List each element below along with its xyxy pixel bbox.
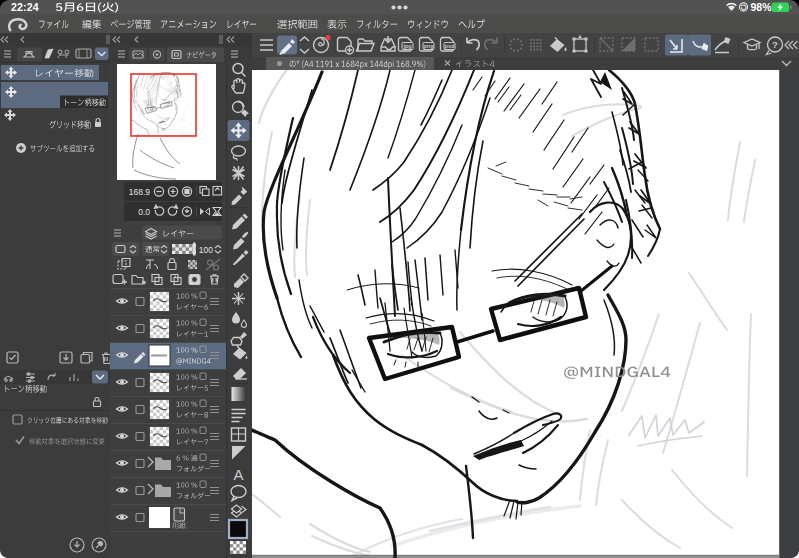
svg-text:jpg: jpg: [402, 43, 411, 49]
svg-text:?: ?: [772, 39, 778, 50]
svg-text:psd: psd: [445, 43, 455, 49]
svg-text:100: 100: [199, 245, 213, 255]
svg-text:png: png: [423, 43, 433, 49]
svg-text:0.0: 0.0: [138, 207, 150, 217]
svg-text:168.9: 168.9: [129, 187, 151, 197]
svg-text:98%: 98%: [751, 2, 773, 13]
svg-text:A: A: [233, 466, 243, 483]
